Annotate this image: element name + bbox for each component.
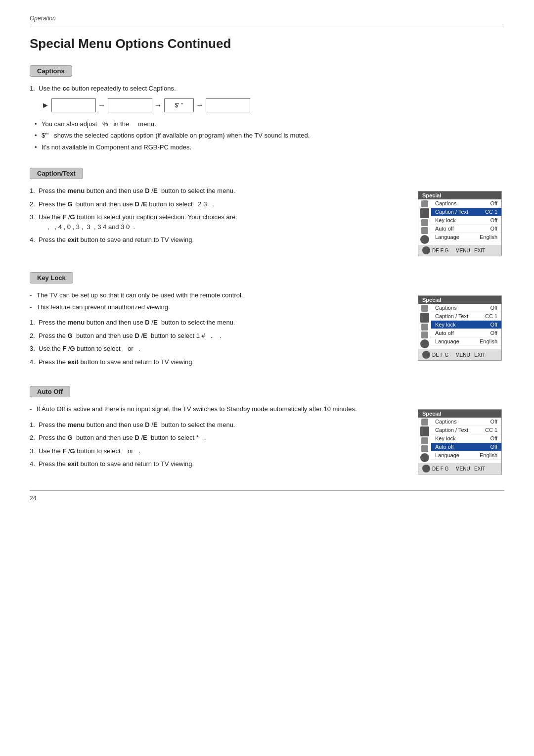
tv-menu3-rows: Captions Off Caption / Text CC 1 Key loc…: [431, 418, 501, 463]
tv-menu1-row-autooff: Auto off Off: [431, 225, 501, 233]
tv3-icon-extra1: [420, 453, 429, 462]
flow-arrow3: →: [154, 101, 162, 110]
caption-text-step1: 1. Press the menu button and then use D …: [30, 186, 408, 196]
tv-menu1-row-keylock: Key lock Off: [431, 216, 501, 225]
tv-menu1-row-captiontext: Caption / Text CC 1: [431, 208, 501, 216]
tv-menu3-row-language: Language English: [431, 451, 501, 460]
tv3-icon-mid: [420, 426, 429, 436]
tv-menu2-icons: [418, 304, 431, 349]
auto-off-step4: 4. Press the exit button to save and ret…: [30, 459, 408, 469]
tv-menu2-body: Captions Off Caption / Text CC 1 Key loc…: [418, 304, 501, 349]
tv-menu2-rows: Captions Off Caption / Text CC 1 Key loc…: [431, 304, 501, 349]
caption-text-step4: 4. Press the exit button to save and ret…: [30, 235, 408, 245]
auto-off-main: If Auto Off is active and there is no in…: [30, 404, 408, 472]
tv-menu2-row-captiontext: Caption / Text CC 1: [431, 312, 501, 321]
page-title: Special Menu Options Continued: [30, 36, 504, 51]
tv-menu1-rows: Captions Off Caption / Text CC 1 Key loc…: [431, 199, 501, 245]
tv-menu3-icons: [418, 418, 431, 463]
tv3-icon-up: [421, 419, 428, 425]
tv-menu3-row-captions: Captions Off: [431, 418, 501, 426]
page-header: Operation: [30, 15, 504, 27]
key-lock-section: Key Lock The TV can be set up so that it…: [30, 272, 504, 370]
captions-header: Captions: [30, 65, 72, 77]
key-lock-step2: 2. Press the G button and then use D /E …: [30, 331, 408, 341]
captions-section: Captions 1. Use the cc button repeatedly…: [30, 65, 504, 152]
captions-bullet1: You can also adjust % in the menu.: [35, 119, 504, 129]
caption-text-main: 1. Press the menu button and then use D …: [30, 186, 408, 248]
flow-arrow2: →: [98, 101, 106, 110]
key-lock-header: Key Lock: [30, 272, 73, 284]
auto-off-header: Auto Off: [30, 386, 70, 397]
flow-box3: $' ": [164, 98, 194, 112]
tv-menu1-body: Captions Off Caption / Text CC 1 Key loc…: [418, 199, 501, 245]
tv-menu2-row-language: Language English: [431, 337, 501, 346]
tv-icon-down: [421, 219, 428, 226]
tv-menu1-row-language: Language English: [431, 233, 501, 241]
tv-menu3-row-autooff: Auto off Off: [431, 443, 501, 451]
tv-icon-extra1: [420, 235, 429, 244]
tv-menu3-body: Captions Off Caption / Text CC 1 Key loc…: [418, 418, 501, 463]
flow-arrow1: ►: [42, 101, 49, 110]
key-lock-step4: 4. Press the exit button to save and ret…: [30, 357, 408, 367]
tv-footer-icon: [422, 246, 430, 254]
tv3-footer-icon: [422, 465, 430, 472]
tv-menu1-title: Special: [418, 191, 501, 199]
caption-text-content: 1. Press the menu button and then use D …: [30, 186, 504, 256]
tv2-footer-icon: [422, 351, 430, 359]
tv-menu3-title: Special: [418, 410, 501, 418]
caption-text-header: Caption/Text: [30, 168, 83, 179]
auto-off-step1: 1. Press the menu button and then use D …: [30, 420, 408, 430]
tv2-icon-extra1: [420, 339, 429, 348]
flow-box4: [206, 98, 250, 112]
page-footer: 24: [30, 490, 504, 502]
key-lock-content: The TV can be set up so that it can only…: [30, 290, 504, 370]
tv-menu3-footer: DE F G MENU EXIT: [418, 463, 501, 474]
auto-off-step3: 3. Use the F /G button to select or .: [30, 446, 408, 456]
key-lock-dash1: The TV can be set up so that it can only…: [30, 290, 408, 300]
tv-menu1-icons: [418, 199, 431, 245]
flow-box2: [108, 98, 152, 112]
key-lock-tv-menu: Special Captions Off: [418, 295, 502, 361]
flow-arrow4: →: [196, 101, 204, 110]
auto-off-section: Auto Off If Auto Off is active and there…: [30, 386, 504, 474]
auto-off-content: If Auto Off is active and there is no in…: [30, 404, 504, 474]
tv2-icon-down: [421, 324, 428, 331]
tv-menu1-row-captions: Captions Off: [431, 199, 501, 208]
tv3-icon-play: [421, 445, 428, 452]
auto-off-tv-menu: Special Captions Off: [418, 409, 502, 474]
captions-bullet2: $'" shows the selected captions option (…: [35, 131, 504, 141]
caption-text-section: Caption/Text 1. Press the menu button an…: [30, 168, 504, 256]
tv-menu2-title: Special: [418, 296, 501, 304]
tv-menu3-row-keylock: Key lock Off: [431, 434, 501, 443]
tv-menu2-footer: DE F G MENU EXIT: [418, 349, 501, 360]
tv2-icon-up: [421, 305, 428, 312]
captions-flow-diagram: ► → → $' " →: [40, 98, 504, 112]
tv-menu1-footer: DE F G MENU EXIT: [418, 245, 501, 256]
captions-step1: 1. Use the cc button repeatedly to selec…: [30, 84, 504, 94]
tv-menu2-row-keylock: Key lock Off: [431, 321, 501, 329]
operation-label: Operation: [30, 15, 504, 22]
key-lock-menu: Special Captions Off: [418, 290, 504, 361]
auto-off-menu: Special Captions Off: [418, 404, 504, 474]
tv-menu3-row-captiontext: Caption / Text CC 1: [431, 426, 501, 434]
tv2-icon-mid: [420, 313, 429, 323]
key-lock-step3: 3. Use the F /G button to select or .: [30, 344, 408, 354]
tv2-icon-play: [421, 331, 428, 338]
auto-off-step2: 2. Press the G button and then use D /E …: [30, 433, 408, 443]
key-lock-dash2: This feature can prevent unauthorized vi…: [30, 302, 408, 312]
caption-text-menu: Special Captions Off: [418, 186, 504, 256]
tv-menu2-row-autooff: Auto off Off: [431, 329, 501, 337]
tv-menu2-row-captions: Captions Off: [431, 304, 501, 312]
caption-text-step2: 2. Press the G button and then use D /E …: [30, 199, 408, 209]
auto-off-dash1: If Auto Off is active and there is no in…: [30, 404, 408, 414]
tv-icon-play: [421, 227, 428, 234]
tv-icon-up: [421, 200, 428, 207]
key-lock-main: The TV can be set up so that it can only…: [30, 290, 408, 370]
captions-bullet3: It's not available in Component and RGB-…: [35, 142, 504, 152]
caption-text-tv-menu: Special Captions Off: [418, 191, 502, 256]
key-lock-step1: 1. Press the menu button and then use D …: [30, 318, 408, 328]
tv-icon-mid: [420, 208, 429, 218]
tv3-icon-down: [421, 437, 428, 444]
caption-text-step3: 3. Use the F /G button to select your ca…: [30, 212, 408, 232]
flow-box1: [51, 98, 96, 112]
